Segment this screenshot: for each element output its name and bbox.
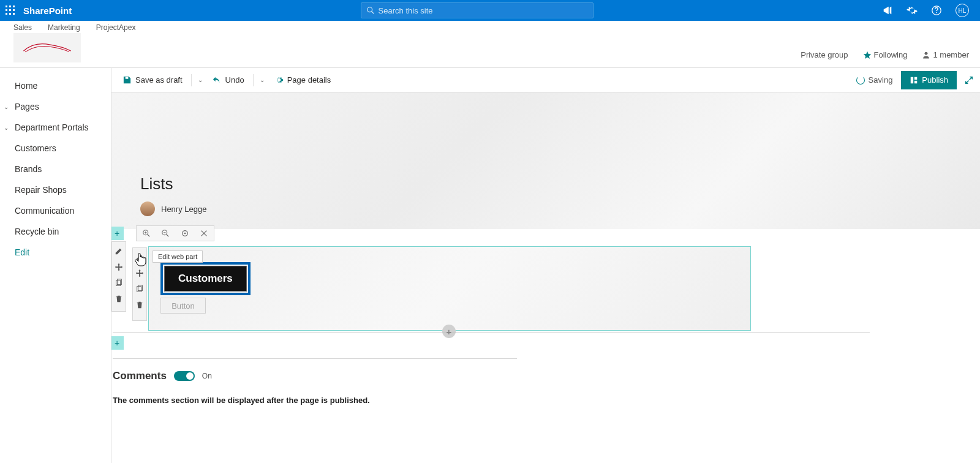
svg-rect-7	[9, 13, 11, 15]
zoom-toolbar	[136, 225, 214, 241]
focal-point-icon[interactable]	[181, 229, 189, 238]
following-button[interactable]: Following	[863, 50, 908, 59]
site-logo[interactable]	[13, 33, 81, 62]
nav-edit[interactable]: Edit	[0, 242, 111, 263]
author-avatar	[140, 201, 155, 216]
save-icon	[123, 75, 132, 85]
app-launcher[interactable]	[0, 0, 21, 21]
group-type-label: Private group	[801, 50, 848, 59]
button-group: Customers Button	[160, 262, 251, 314]
site-meta: Private group Following 1 member	[801, 50, 980, 59]
nav-communication[interactable]: Communication	[0, 200, 111, 221]
undo-icon	[213, 75, 222, 85]
hubnav-marketing[interactable]: Marketing	[48, 23, 80, 32]
svg-rect-0	[6, 6, 7, 7]
comments-section: Comments On The comments section will be…	[113, 358, 517, 405]
cursor-hand-icon	[135, 252, 147, 266]
svg-rect-15	[914, 77, 917, 79]
add-webpart-button[interactable]: +	[442, 325, 456, 338]
section-rail	[111, 241, 126, 312]
page-title[interactable]: Lists	[140, 175, 173, 194]
publish-icon	[910, 76, 918, 85]
delete-webpart-icon[interactable]	[135, 301, 144, 309]
customers-button-selected[interactable]: Customers	[160, 262, 251, 295]
comments-heading: Comments	[113, 370, 167, 382]
nav-pages[interactable]: ⌄ Pages	[0, 96, 111, 117]
undo-button[interactable]: Undo	[208, 73, 249, 87]
comments-toggle-label: On	[202, 372, 212, 380]
content-columns: Home ⌄ Pages ⌄ Department Portals Custom…	[0, 68, 980, 463]
svg-line-10	[371, 12, 374, 14]
delete-section-icon[interactable]	[115, 295, 123, 303]
separator	[253, 74, 254, 86]
svg-rect-6	[6, 13, 7, 15]
svg-point-13	[925, 51, 928, 55]
brand-label[interactable]: SharePoint	[23, 6, 72, 16]
nav-customers[interactable]: Customers	[0, 138, 111, 159]
duplicate-section-icon[interactable]	[115, 279, 123, 287]
hubnav-sales[interactable]: Sales	[13, 23, 32, 32]
chevron-down-icon: ⌄	[4, 124, 11, 131]
main: Save as draft ⌄ Undo ⌄ Page details Savi…	[111, 68, 980, 463]
expand-icon[interactable]	[964, 75, 974, 85]
svg-rect-8	[13, 13, 15, 15]
suite-bar: SharePoint HL	[0, 0, 980, 21]
svg-line-18	[148, 235, 150, 237]
nav-repair-shops[interactable]: Repair Shops	[0, 179, 111, 200]
svg-rect-16	[914, 80, 917, 83]
help-icon[interactable]	[931, 5, 942, 16]
publish-button[interactable]: Publish	[901, 71, 957, 89]
undo-chevron[interactable]: ⌄	[257, 77, 267, 83]
svg-rect-5	[13, 9, 15, 11]
hub-nav: Sales Marketing ProjectApex	[0, 21, 980, 33]
svg-line-22	[167, 235, 169, 237]
page-author[interactable]: Henry Legge	[140, 201, 206, 216]
edit-webpart-tooltip: Edit web part	[153, 250, 203, 263]
suite-right: HL	[882, 4, 980, 17]
star-icon	[863, 51, 872, 59]
left-nav: Home ⌄ Pages ⌄ Department Portals Custom…	[0, 68, 111, 463]
zoom-in-icon[interactable]	[142, 229, 151, 238]
waffle-icon	[6, 6, 15, 15]
hubnav-projectapex[interactable]: ProjectApex	[96, 23, 136, 32]
comments-toggle[interactable]	[174, 371, 195, 381]
page-details-button[interactable]: Page details	[270, 73, 336, 87]
nav-brands[interactable]: Brands	[0, 159, 111, 179]
megaphone-icon[interactable]	[882, 5, 893, 16]
move-section-icon[interactable]	[115, 263, 123, 271]
svg-point-12	[936, 12, 937, 13]
user-avatar[interactable]: HL	[956, 4, 969, 17]
zoom-out-icon[interactable]	[161, 229, 170, 238]
car-logo-icon	[20, 40, 75, 55]
saving-indicator: Saving	[856, 75, 893, 85]
section-divider	[113, 333, 870, 333]
search-wrap	[361, 2, 594, 18]
nav-recycle-bin[interactable]: Recycle bin	[0, 221, 111, 242]
move-webpart-icon[interactable]	[135, 269, 144, 277]
svg-point-25	[184, 233, 186, 235]
save-as-draft-button[interactable]: Save as draft	[118, 73, 187, 87]
add-section-bottom[interactable]: +	[111, 336, 124, 350]
svg-rect-1	[9, 6, 11, 7]
duplicate-webpart-icon[interactable]	[135, 285, 144, 293]
edit-section-icon[interactable]	[115, 247, 123, 255]
command-bar: Save as draft ⌄ Undo ⌄ Page details Savi…	[111, 68, 980, 92]
svg-rect-14	[911, 77, 913, 83]
comments-note: The comments section will be displayed a…	[113, 396, 517, 405]
search-box[interactable]	[361, 2, 594, 18]
person-icon	[922, 51, 930, 59]
svg-rect-4	[9, 9, 11, 11]
close-icon[interactable]	[200, 229, 208, 238]
chevron-down-icon: ⌄	[4, 104, 11, 110]
save-draft-chevron[interactable]: ⌄	[195, 77, 205, 83]
spinner-icon	[856, 76, 865, 85]
gear-icon[interactable]	[907, 5, 918, 16]
page-header-area[interactable]: Lists Henry Legge	[111, 92, 980, 229]
svg-rect-3	[6, 9, 7, 11]
nav-home[interactable]: Home	[0, 75, 111, 96]
members-button[interactable]: 1 member	[922, 50, 969, 59]
add-section-top[interactable]: +	[111, 227, 124, 240]
nav-department-portals[interactable]: ⌄ Department Portals	[0, 117, 111, 138]
add-button-placeholder[interactable]: Button	[160, 298, 206, 314]
search-input[interactable]	[379, 6, 588, 15]
